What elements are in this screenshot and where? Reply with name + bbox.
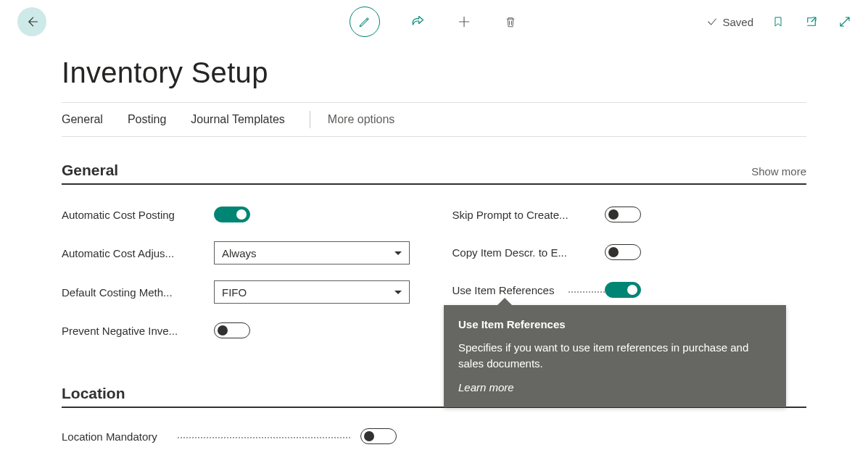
label-default-costing-method: Default Costing Meth... — [62, 286, 214, 299]
expand-icon — [838, 15, 851, 28]
bookmark-button[interactable] — [769, 13, 787, 30]
toggle-location-mandatory[interactable] — [360, 428, 397, 444]
bookmark-icon — [772, 14, 784, 29]
pencil-icon — [358, 15, 371, 28]
tooltip-learn-more[interactable]: Learn more — [458, 380, 772, 396]
select-default-costing-method[interactable]: FIFO — [214, 280, 410, 304]
toggle-use-item-references[interactable] — [605, 282, 641, 298]
label-auto-cost-posting: Automatic Cost Posting — [62, 209, 214, 221]
label-auto-cost-adjustment: Automatic Cost Adjus... — [62, 247, 214, 259]
new-button[interactable] — [455, 13, 473, 30]
tooltip-body: Specifies if you want to use item refere… — [458, 340, 772, 372]
label-location-mandatory: Location Mandatory — [62, 430, 360, 443]
toggle-skip-prompt[interactable] — [605, 207, 641, 222]
edit-button[interactable] — [350, 7, 380, 37]
saved-status: Saved — [706, 16, 753, 28]
share-button[interactable] — [409, 13, 426, 30]
select-value: Always — [222, 247, 257, 259]
tab-journal-templates[interactable]: Journal Templates — [191, 113, 285, 126]
label-use-item-references: Use Item References — [452, 284, 605, 296]
section-title-general: General — [62, 162, 118, 179]
label-copy-item-descr: Copy Item Descr. to E... — [452, 246, 605, 259]
back-button[interactable] — [17, 7, 46, 36]
trash-icon — [504, 14, 517, 29]
more-options[interactable]: More options — [328, 113, 395, 126]
show-more-general[interactable]: Show more — [751, 165, 806, 178]
label-use-item-references-text: Use Item References — [452, 284, 555, 296]
delete-button[interactable] — [502, 13, 519, 30]
toggle-auto-cost-posting[interactable] — [214, 207, 250, 222]
page-title: Inventory Setup — [62, 57, 806, 89]
tab-posting[interactable]: Posting — [128, 113, 166, 126]
expand-button[interactable] — [836, 13, 853, 30]
popout-button[interactable] — [803, 13, 820, 30]
check-icon — [706, 16, 718, 28]
toggle-copy-item-descr[interactable] — [605, 244, 641, 260]
tooltip-title: Use Item References — [458, 317, 772, 333]
label-location-mandatory-text: Location Mandatory — [62, 430, 157, 443]
tab-general[interactable]: General — [62, 113, 103, 126]
tab-separator — [310, 111, 310, 128]
saved-label: Saved — [722, 16, 753, 28]
label-prevent-negative-inventory: Prevent Negative Inve... — [62, 325, 214, 337]
select-auto-cost-adjustment[interactable]: Always — [214, 241, 410, 264]
label-skip-prompt: Skip Prompt to Create... — [452, 209, 605, 221]
popout-icon — [805, 15, 818, 28]
select-value: FIFO — [222, 286, 247, 299]
share-icon — [410, 14, 425, 29]
section-title-location: Location — [62, 385, 125, 402]
arrow-left-icon — [25, 14, 39, 29]
toggle-prevent-negative-inventory[interactable] — [214, 322, 250, 338]
plus-icon — [457, 14, 471, 29]
tooltip-use-item-references: Use Item References Specifies if you wan… — [444, 305, 786, 407]
